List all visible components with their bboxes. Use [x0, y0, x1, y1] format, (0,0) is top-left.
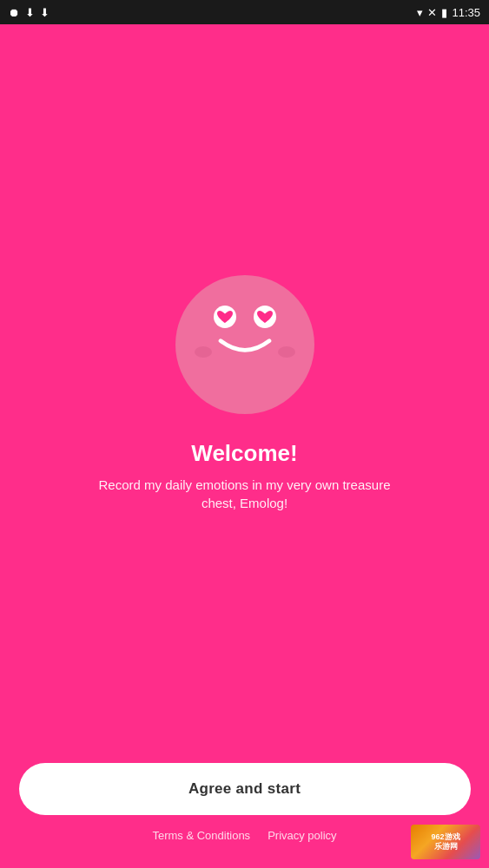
main-content: Welcome! Record my daily emotions in my …	[0, 24, 489, 868]
status-time: 11:35	[452, 6, 480, 19]
welcome-title: Welcome!	[191, 440, 297, 467]
center-section: Welcome! Record my daily emotions in my …	[80, 24, 410, 763]
agree-start-button[interactable]: Agree and start	[19, 763, 471, 815]
welcome-subtitle: Record my daily emotions in my very own …	[80, 476, 410, 512]
terms-conditions-link[interactable]: Terms & Conditions	[152, 829, 250, 842]
bottom-section: Agree and start Terms & Conditions Priva…	[17, 763, 472, 851]
left-eye-heart	[213, 306, 237, 328]
right-eye-heart	[253, 306, 277, 328]
wifi-icon: ▾	[417, 6, 423, 19]
status-bar-left: ⏺ ⬇ ⬇	[9, 6, 50, 19]
footer-links: Terms & Conditions Privacy policy	[152, 829, 336, 842]
download-icon1: ⬇	[25, 6, 35, 19]
battery-icon: ▮	[441, 6, 447, 19]
signal-icon: ✕	[427, 6, 437, 19]
emoji-logo	[175, 275, 314, 414]
notification-icon: ⏺	[9, 6, 20, 19]
watermark: 962游戏乐游网	[411, 825, 480, 859]
watermark-text: 962游戏乐游网	[431, 832, 459, 852]
status-bar: ⏺ ⬇ ⬇ ▾ ✕ ▮ 11:35	[0, 0, 489, 24]
eyes-row	[202, 306, 288, 328]
emoji-smile	[215, 337, 275, 361]
status-bar-right: ▾ ✕ ▮ 11:35	[417, 6, 480, 19]
download-icon2: ⬇	[40, 6, 50, 19]
emoji-face	[202, 306, 288, 384]
privacy-policy-link[interactable]: Privacy policy	[268, 829, 336, 842]
